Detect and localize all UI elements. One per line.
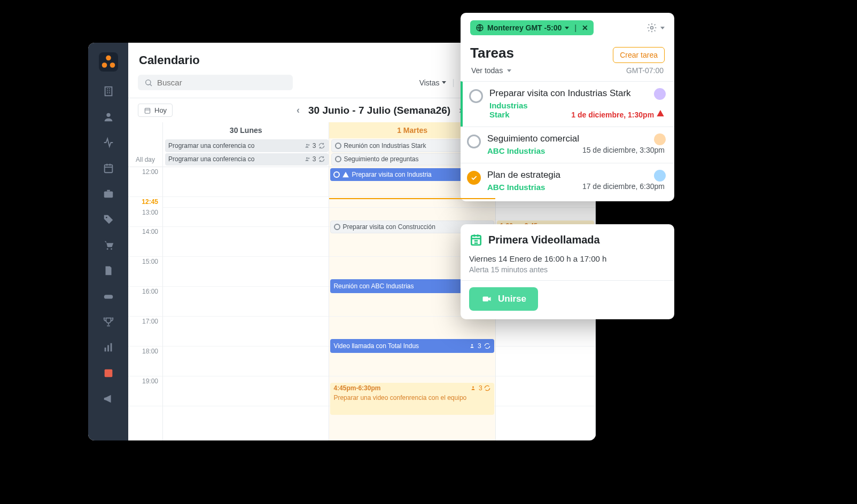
svg-rect-16 (145, 108, 150, 113)
divider (461, 280, 674, 281)
trophy-icon[interactable] (103, 316, 114, 328)
hours-mon[interactable] (163, 167, 329, 440)
task-checkbox[interactable] (469, 89, 483, 103)
megaphone-icon[interactable] (103, 393, 114, 405)
sync-icon (318, 155, 325, 163)
task-checkbox-done[interactable] (467, 171, 481, 185)
avatar (654, 170, 666, 182)
call-panel: Primera Videollamada Viernes 14 Enero de… (461, 224, 674, 319)
video-camera-icon (481, 294, 493, 304)
prev-week-button[interactable]: ‹ (297, 105, 300, 116)
time-slot: 16:00 (128, 287, 162, 317)
view-all-link[interactable]: Ver todas (471, 66, 503, 75)
event-title: Preparar visita con Construcción (342, 223, 435, 231)
app-logo[interactable] (99, 52, 118, 72)
join-label: Unirse (498, 294, 526, 304)
event-block[interactable]: Video llamada con Total Indus 3 (330, 339, 494, 353)
call-alert: Alerta 15 minutos antes (469, 265, 666, 274)
time-slot: 19:00 (128, 376, 162, 406)
building-icon[interactable] (103, 85, 114, 97)
task-body: Plan de estrategia ABC Industrias 17 de … (487, 170, 665, 192)
activity-icon[interactable] (103, 137, 114, 148)
unchecked-circle-icon (335, 156, 341, 162)
time-slot: 13:00 (128, 208, 162, 227)
time-slot: 17:00 (128, 317, 162, 346)
tasks-panel-top: Monterrey GMT -5:00 | ✕ (461, 13, 674, 43)
close-icon[interactable]: ✕ (582, 23, 588, 32)
sync-icon (484, 342, 491, 350)
svg-point-20 (308, 158, 309, 160)
people-count: 3 (478, 342, 481, 350)
join-button[interactable]: Unirse (469, 287, 538, 311)
time-slot: 14:00 (128, 227, 162, 257)
today-button[interactable]: Hoy (138, 104, 173, 117)
svg-point-4 (106, 113, 110, 117)
time-slot-now: 12:45 (128, 197, 162, 208)
svg-point-8 (106, 248, 108, 250)
bar-chart-icon[interactable] (103, 342, 114, 353)
search-input[interactable] (157, 78, 286, 87)
calendar-event-icon (469, 233, 483, 247)
people-icon (469, 343, 477, 349)
cart-icon[interactable] (103, 239, 114, 251)
event-title: Reunión con ABC Industrias (333, 282, 414, 290)
event-allday[interactable]: Programar una conferencia co 3 (165, 139, 329, 152)
search-box[interactable] (138, 75, 293, 90)
day-col-mon: 30 Lunes Programar una conferencia co 3 … (163, 122, 329, 440)
check-icon (470, 174, 478, 182)
task-row[interactable]: Seguimiento comercial ABC Industrias 15 … (461, 127, 674, 163)
svg-rect-5 (104, 165, 112, 173)
filter-views-label: Vistas (419, 78, 440, 87)
gamepad-icon[interactable] (103, 290, 114, 302)
tasks-header: Tareas Crear tarea (461, 43, 674, 64)
tag-icon[interactable] (103, 214, 114, 225)
svg-point-17 (306, 144, 308, 145)
task-checkbox[interactable] (467, 135, 481, 148)
report-icon[interactable] (103, 367, 114, 379)
task-title: Preparar visita con Industrias Stark (489, 88, 665, 99)
allday-label: All day (128, 122, 162, 167)
calendar-small-icon (144, 107, 151, 114)
task-company: Industrias Stark (489, 101, 537, 119)
event-block[interactable]: 4:45pm-6:30pm 3 Preparar una video confe… (330, 383, 494, 415)
allday-zone-mon: Programar una conferencia co 3 Programar… (163, 138, 329, 167)
doc-icon[interactable] (103, 265, 114, 277)
unchecked-circle-icon (334, 224, 340, 230)
time-slot: 18:00 (128, 346, 162, 376)
svg-rect-3 (105, 87, 112, 96)
gear-icon (646, 22, 657, 33)
user-icon[interactable] (103, 111, 114, 123)
briefcase-icon[interactable] (103, 188, 114, 200)
event-time: 4:45pm-6:30pm (333, 384, 380, 392)
timezone-pill[interactable]: Monterrey GMT -5:00 | ✕ (470, 20, 594, 35)
globe-icon (476, 23, 484, 32)
svg-point-15 (146, 80, 151, 84)
chevron-down-icon (565, 27, 569, 29)
calendar-icon[interactable] (103, 162, 114, 174)
sync-icon (318, 142, 325, 149)
people-count: 3 (313, 142, 316, 149)
people-icon (470, 385, 478, 391)
tasks-subheader: Ver todas GMT-07:00 (461, 64, 674, 81)
sidebar (88, 43, 128, 440)
task-body: Seguimiento comercial ABC Industrias 15 … (487, 133, 665, 155)
event-title: Programar una conferencia co (168, 155, 254, 163)
settings-group[interactable] (646, 22, 665, 33)
svg-point-0 (106, 56, 111, 61)
task-title: Plan de estrategia (487, 170, 665, 180)
call-header: Primera Videollamada (469, 233, 666, 247)
task-row[interactable]: Plan de estrategia ABC Industrias 17 de … (461, 163, 674, 199)
event-allday[interactable]: Programar una conferencia co 3 (165, 153, 329, 166)
filter-views[interactable]: Vistas (414, 75, 451, 90)
time-column: All day 12:00 12:45 13:00 14:00 15:00 16… (128, 122, 163, 440)
task-row[interactable]: Preparar visita con Industrias Stark Ind… (461, 81, 674, 127)
event-title: Seguimiento de preguntas (344, 155, 418, 163)
unchecked-circle-icon (333, 171, 340, 178)
svg-point-18 (308, 144, 309, 146)
event-title: Preparar una video confenrencia con el e… (333, 394, 466, 401)
task-date: 15 de diciembre, 3:30pm (582, 146, 665, 154)
chevron-down-icon (507, 69, 511, 72)
event-title: Video llamada con Total Indus (333, 342, 419, 350)
create-task-button[interactable]: Crear tarea (613, 47, 665, 63)
task-date: 1 de diciembre, 1:30pm (571, 109, 665, 119)
